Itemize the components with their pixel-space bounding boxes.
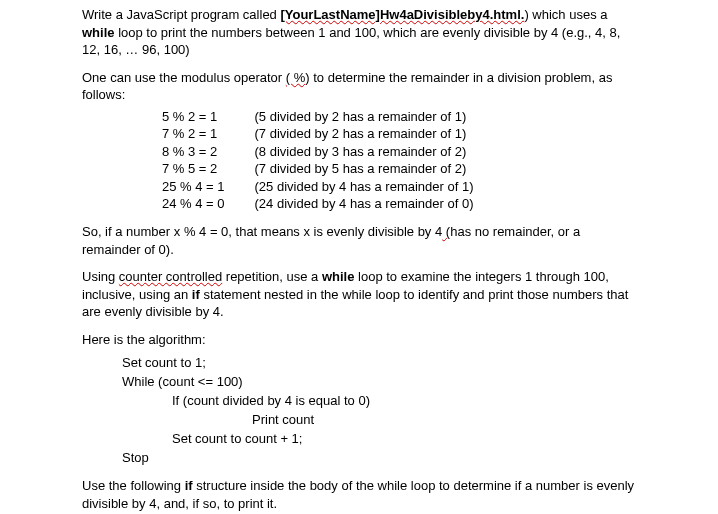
algo-line: While (count <= 100) xyxy=(122,373,636,392)
expr-cell: 5 % 2 = 1 xyxy=(162,108,255,126)
phrase-counter-controlled: counter controlled xyxy=(119,269,222,284)
using-paragraph: Using counter controlled repetition, use… xyxy=(82,268,636,321)
keyword-if: if xyxy=(185,478,193,493)
algo-line: Print count xyxy=(252,411,636,430)
algorithm-label: Here is the algorithm: xyxy=(82,331,636,349)
document-page: Write a JavaScript program called [YourL… xyxy=(0,0,718,514)
keyword-while: while xyxy=(82,25,115,40)
operator-symbol: ( % xyxy=(286,70,306,85)
table-row: 7 % 5 = 2 (7 divided by 5 has a remainde… xyxy=(162,160,474,178)
algo-line: Stop xyxy=(122,449,636,468)
keyword-while: while xyxy=(322,269,355,284)
intro-paragraph: Write a JavaScript program called [YourL… xyxy=(82,6,636,59)
desc-cell: (5 divided by 2 has a remainder of 1) xyxy=(255,108,474,126)
expr-cell: 25 % 4 = 1 xyxy=(162,178,255,196)
algo-line: Set count to count + 1; xyxy=(172,430,636,449)
text: Using xyxy=(82,269,119,284)
algorithm-block: Set count to 1; While (count <= 100) If … xyxy=(122,354,636,467)
desc-cell: (24 divided by 4 has a remainder of 0) xyxy=(255,195,474,213)
text: One can use the modulus operator xyxy=(82,70,286,85)
desc-cell: (7 divided by 5 has a remainder of 2) xyxy=(255,160,474,178)
modulus-intro: One can use the modulus operator ( %) to… xyxy=(82,69,636,104)
text: Write a JavaScript program called xyxy=(82,7,280,22)
desc-cell: (7 divided by 2 has a remainder of 1) xyxy=(255,125,474,143)
desc-cell: (8 divided by 3 has a remainder of 2) xyxy=(255,143,474,161)
expr-cell: 7 % 2 = 1 xyxy=(162,125,255,143)
keyword-if: if xyxy=(192,287,200,302)
table-row: 5 % 2 = 1 (5 divided by 2 has a remainde… xyxy=(162,108,474,126)
table-row: 25 % 4 = 1 (25 divided by 4 has a remain… xyxy=(162,178,474,196)
text: Use the following xyxy=(82,478,185,493)
modulus-examples-table: 5 % 2 = 1 (5 divided by 2 has a remainde… xyxy=(162,108,474,213)
algo-line: If (count divided by 4 is equal to 0) xyxy=(172,392,636,411)
table-row: 8 % 3 = 2 (8 divided by 3 has a remainde… xyxy=(162,143,474,161)
use-paragraph: Use the following if structure inside th… xyxy=(82,477,636,512)
text: So, if a number x % 4 = 0, that means x … xyxy=(82,224,442,239)
algo-line: Set count to 1; xyxy=(122,354,636,373)
text: ) which uses a xyxy=(524,7,607,22)
so-paragraph: So, if a number x % 4 = 0, that means x … xyxy=(82,223,636,258)
filename-placeholder: [YourLastName]Hw4aDivisibleby4.html. xyxy=(280,7,524,22)
table-row: 24 % 4 = 0 (24 divided by 4 has a remain… xyxy=(162,195,474,213)
table-row: 7 % 2 = 1 (7 divided by 2 has a remainde… xyxy=(162,125,474,143)
text: loop to print the numbers between 1 and … xyxy=(82,25,620,58)
expr-cell: 7 % 5 = 2 xyxy=(162,160,255,178)
text: repetition, use a xyxy=(222,269,322,284)
expr-cell: 8 % 3 = 2 xyxy=(162,143,255,161)
expr-cell: 24 % 4 = 0 xyxy=(162,195,255,213)
grammar-squiggle: ( xyxy=(442,224,450,239)
desc-cell: (25 divided by 4 has a remainder of 1) xyxy=(255,178,474,196)
